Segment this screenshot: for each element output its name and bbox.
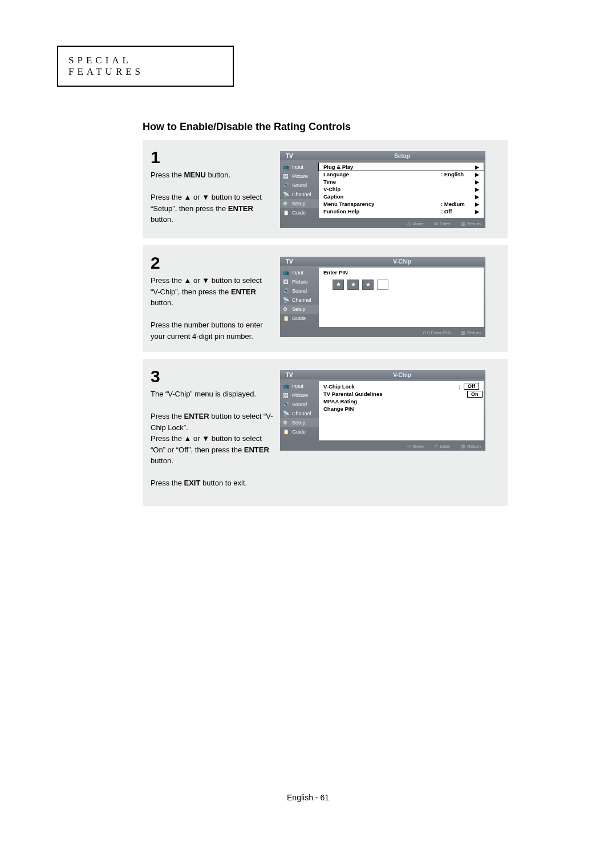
osd-panel-setup: TV Setup 📺Input 🖼Picture 🔊Sound 📡Channel… [280, 151, 485, 228]
osd-footer: ◇Move ⏎Enter ▥Return [280, 442, 485, 451]
sidebar-item-guide[interactable]: 📋Guide [280, 314, 319, 323]
osd-row[interactable]: Language: English▶ [319, 171, 484, 178]
osd-section-title: V-Chip [325, 372, 485, 378]
pin-entry[interactable]: ★ ★ ★ [319, 276, 484, 290]
osd-row[interactable]: V-Chip▶ [319, 185, 484, 193]
pin-digit[interactable]: ★ [362, 280, 374, 290]
enter-icon: ⏎ [434, 444, 438, 449]
osd-footer: ◇Move ⏎Enter ▥Return [280, 220, 485, 228]
sidebar-item-channel[interactable]: 📡Channel [280, 409, 319, 418]
return-icon: ▥ [461, 444, 465, 449]
osd-tv-label: TV [280, 258, 325, 265]
osd-row[interactable]: V-Chip Lock : Off On [319, 382, 484, 390]
page-footer: English - 61 [0, 793, 616, 802]
osd-panel-vchip-pin: TV V-Chip 📺Input 🖼Picture 🔊Sound 📡Channe… [280, 257, 485, 337]
page-title: How to Enable/Disable the Rating Control… [143, 121, 559, 133]
osd-row[interactable]: Menu Transparency: Medium▶ [319, 200, 484, 208]
sidebar-item-setup[interactable]: ⚙Setup [280, 305, 319, 314]
osd-panel-vchip-lock: TV V-Chip 📺Input 🖼Picture 🔊Sound 📡Channe… [280, 370, 485, 451]
enter-icon: ⏎ [434, 221, 438, 226]
step-1: 1 Press the MENU button. Press the ▲ or … [143, 140, 508, 238]
step-number: 2 [151, 253, 273, 273]
return-icon: ▥ [461, 221, 465, 226]
sidebar-item-picture[interactable]: 🖼Picture [280, 277, 319, 286]
osd-section-title: Setup [325, 153, 485, 159]
step-text: Press the ▲ or ▼ button to select “V-Chi… [151, 275, 273, 342]
osd-main: Enter PIN ★ ★ ★ [319, 268, 484, 327]
step-number: 1 [151, 148, 273, 167]
pin-digit[interactable] [377, 280, 388, 290]
osd-main: V-Chip Lock : Off On TV Parental Guideli… [319, 381, 484, 440]
osd-row[interactable]: Function Help: Off▶ [319, 208, 484, 215]
sidebar-item-sound[interactable]: 🔊Sound [280, 400, 319, 409]
section-tab: SPECIAL FEATURES [57, 46, 234, 87]
osd-sidebar: 📺Input 🖼Picture 🔊Sound 📡Channel ⚙Setup 📋… [280, 160, 319, 220]
pin-digit[interactable]: ★ [347, 280, 359, 290]
option-off[interactable]: Off [464, 383, 479, 390]
osd-row[interactable]: Time▶ [319, 178, 484, 185]
move-icon: ◇ [407, 444, 411, 449]
sidebar-item-guide[interactable]: 📋Guide [280, 208, 319, 217]
sidebar-item-sound[interactable]: 🔊Sound [280, 181, 319, 190]
sidebar-item-input[interactable]: 📺Input [280, 163, 319, 172]
osd-sidebar: 📺Input 🖼Picture 🔊Sound 📡Channel ⚙Setup 📋… [280, 266, 319, 329]
move-icon: ◇ [407, 221, 411, 226]
osd-section-title: V-Chip [325, 258, 485, 265]
osd-main: Plug & Play▶ Language: English▶ Time▶ V-… [319, 162, 484, 218]
osd-row[interactable]: Change PIN [319, 405, 484, 412]
step-text: The “V-Chip” menu is displayed. Press th… [151, 388, 273, 489]
osd-row[interactable]: Caption▶ [319, 193, 484, 200]
osd-row[interactable]: Plug & Play▶ [319, 163, 484, 171]
osd-footer: 0 9 Enter PIN ▥Return [280, 329, 485, 337]
sidebar-item-input[interactable]: 📺Input [280, 382, 319, 391]
step-number: 3 [151, 367, 273, 386]
pin-digit[interactable]: ★ [333, 280, 344, 290]
step-text: Press the MENU button. Press the ▲ or ▼ … [151, 169, 273, 225]
sidebar-item-picture[interactable]: 🖼Picture [280, 172, 319, 181]
sidebar-item-sound[interactable]: 🔊Sound [280, 286, 319, 295]
sidebar-item-picture[interactable]: 🖼Picture [280, 391, 319, 400]
osd-row[interactable]: MPAA Rating [319, 398, 484, 405]
step-3: 3 The “V-Chip” menu is displayed. Press … [143, 359, 508, 506]
osd-row[interactable]: TV Parental Guidelines [319, 390, 484, 398]
pin-label: Enter PIN [323, 269, 479, 276]
option-on[interactable]: On [467, 391, 483, 398]
sidebar-item-channel[interactable]: 📡Channel [280, 295, 319, 305]
sidebar-item-setup[interactable]: ⚙Setup [280, 199, 319, 208]
osd-sidebar: 📺Input 🖼Picture 🔊Sound 📡Channel ⚙Setup 📋… [280, 379, 319, 442]
return-icon: ▥ [461, 330, 465, 335]
osd-tv-label: TV [280, 372, 325, 378]
osd-tv-label: TV [280, 153, 325, 159]
step-2: 2 Press the ▲ or ▼ button to select “V-C… [143, 245, 508, 352]
sidebar-item-setup[interactable]: ⚙Setup [280, 418, 319, 427]
sidebar-item-input[interactable]: 📺Input [280, 268, 319, 277]
sidebar-item-guide[interactable]: 📋Guide [280, 427, 319, 436]
sidebar-item-channel[interactable]: 📡Channel [280, 190, 319, 199]
